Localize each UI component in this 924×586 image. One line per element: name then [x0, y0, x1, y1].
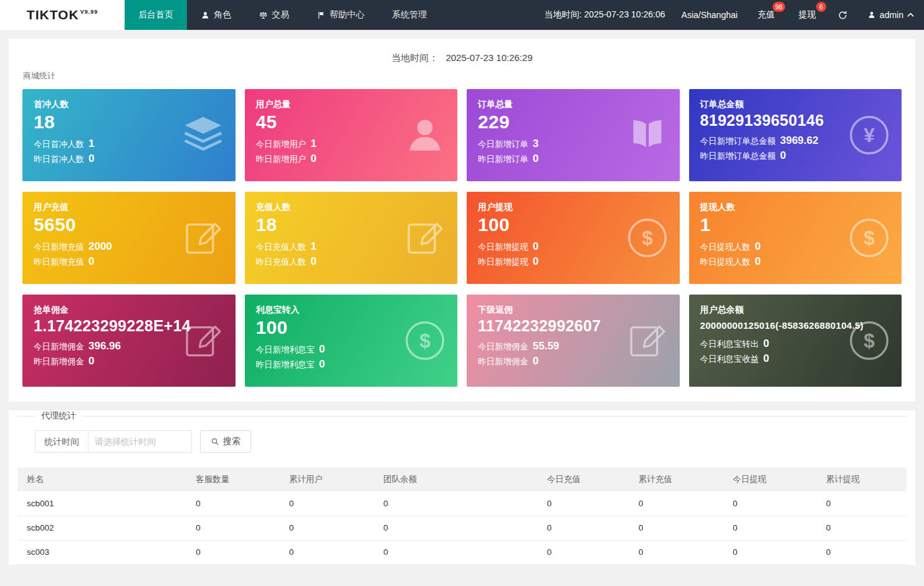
table-row: scb0010000000: [17, 491, 907, 516]
agent-panel: 代理统计 统计时间 搜索 姓名客服数量累计用户团队余额今日充值累计充值今日提现累…: [9, 410, 915, 565]
stat-line-value: 0: [755, 240, 761, 253]
stat-card-line: 昨日新增佣金0: [478, 355, 669, 367]
agent-table: 姓名客服数量累计用户团队余额今日充值累计充值今日提现累计提现 scb001000…: [17, 468, 907, 565]
username: admin: [880, 10, 903, 20]
agent-fieldset: 代理统计: [17, 410, 907, 422]
table-cell: 0: [817, 516, 907, 540]
stat-card-line: 昨日新增佣金0: [34, 355, 224, 367]
table-header: 累计充值: [629, 468, 723, 491]
table-cell: 0: [280, 516, 374, 540]
withdraw-label: 提现: [799, 9, 816, 21]
user-menu[interactable]: admin: [857, 10, 924, 20]
search-label: 搜索: [223, 436, 241, 447]
flag-icon: [317, 11, 326, 20]
stat-line-label: 今日新增订单总金额: [700, 136, 776, 147]
refresh-icon[interactable]: [828, 10, 857, 21]
stat-line-value: 0: [88, 355, 94, 367]
stat-line-value: 1: [88, 138, 94, 150]
table-row: sc0030000000: [17, 540, 907, 564]
stat-card-line: 今日利息宝收益0: [700, 352, 891, 365]
filter-row: 统计时间 搜索: [35, 430, 915, 453]
stat-line-value: 0: [780, 149, 786, 162]
stat-card: 用户总余额20000000125016(-8583626880104.5)今日利…: [689, 295, 902, 387]
stat-line-value: 3969.62: [780, 135, 818, 147]
stat-card: 充值人数18今日充值人数1昨日充值人数0: [245, 192, 458, 284]
stat-line-value: 0: [319, 343, 325, 356]
stat-card-title: 订单总金额: [700, 99, 891, 110]
stat-line-value: 0: [88, 153, 94, 165]
table-header: 姓名: [17, 468, 186, 491]
table-cell: 0: [723, 516, 817, 540]
stat-card-title: 提现人数: [700, 202, 891, 213]
nav-item[interactable]: 系统管理: [378, 0, 441, 30]
section-title: 商城统计: [23, 70, 915, 82]
stat-card-line: 今日提现人数0: [700, 240, 891, 253]
stat-line-value: 0: [533, 240, 538, 253]
table-cell: 0: [186, 491, 280, 516]
stat-card-value: 5650: [34, 214, 224, 235]
clock-value: 2025-07-23 10:26:29: [445, 52, 532, 63]
stat-time-label: 统计时间: [35, 430, 88, 453]
table-header: 团队余额: [374, 468, 538, 491]
search-button[interactable]: 搜索: [200, 430, 251, 453]
nav-item[interactable]: 后台首页: [125, 0, 187, 30]
table-header: 累计用户: [280, 468, 374, 491]
nav-item-label: 帮助中心: [330, 9, 364, 21]
stat-card-value: 100: [256, 317, 447, 338]
stat-time-input[interactable]: [88, 430, 192, 453]
stat-line-value: 0: [319, 358, 325, 371]
timezone-selector[interactable]: Asia/Shanghai: [674, 10, 746, 20]
stat-line-value: 0: [533, 153, 538, 165]
stat-line-label: 今日利息宝转出: [700, 339, 760, 350]
stat-card-line: 昨日新增提现0: [478, 255, 669, 268]
stat-card-value: 81929139650146: [700, 111, 891, 130]
stat-card-line: 昨日新增用户0: [256, 153, 447, 165]
stat-line-value: 0: [763, 352, 769, 365]
nav-item-label: 交易: [272, 9, 289, 21]
stat-card-line: 昨日充值人数0: [256, 255, 447, 268]
stat-card-title: 充值人数: [256, 202, 447, 213]
stat-card-line: 今日新增佣金55.59: [478, 340, 669, 352]
table-cell: 0: [723, 540, 817, 564]
table-cell: 0: [817, 540, 907, 564]
stat-line-value: 0: [88, 255, 94, 268]
stat-line-value: 55.59: [533, 340, 560, 352]
stat-line-label: 今日新增利息宝: [256, 344, 315, 356]
navbar-right: 当地时间: 2025-07-23 10:26:06 Asia/Shanghai …: [536, 0, 924, 30]
recharge-label: 充值: [758, 9, 775, 21]
table-cell: sc003: [17, 540, 186, 564]
table-cell: 0: [538, 516, 629, 540]
stat-card-line: 今日新增利息宝0: [256, 343, 447, 356]
stat-card: 用户充值5650今日新增充值2000昨日新增充值0: [22, 192, 236, 284]
stat-line-label: 昨日新增佣金: [34, 356, 84, 367]
stat-line-label: 今日提现人数: [700, 242, 751, 253]
nav-item[interactable]: 帮助中心: [303, 0, 378, 30]
stat-card-value: 18: [34, 111, 224, 133]
withdraw-button[interactable]: 提现 6: [787, 0, 828, 30]
table-header: 今日提现: [723, 468, 817, 491]
stat-card-line: 今日新增佣金396.96: [34, 340, 224, 352]
logo[interactable]: TIKTOKV9.99: [0, 0, 125, 30]
nav-item[interactable]: 角色: [187, 0, 245, 30]
main-nav: 后台首页角色交易帮助中心系统管理: [125, 0, 441, 30]
recharge-button[interactable]: 充值 98: [746, 0, 787, 30]
nav-item[interactable]: 交易: [245, 0, 303, 30]
stat-line-label: 昨日新增利息宝: [256, 359, 315, 371]
stat-card-line: 今日新增用户1: [256, 138, 447, 150]
stat-card-value: 1: [700, 214, 891, 235]
stat-card-title: 用户提现: [478, 202, 669, 213]
scales-icon: [259, 11, 268, 20]
table-header: 客服数量: [186, 468, 280, 491]
stat-line-label: 昨日首冲人数: [34, 154, 84, 165]
user-nav-icon: [201, 11, 210, 20]
stat-card: 抢单佣金1.174223299228E+14今日新增佣金396.96昨日新增佣金…: [22, 295, 236, 387]
table-cell: 0: [723, 491, 817, 516]
stat-line-value: 0: [311, 255, 317, 268]
stat-card: 首冲人数18今日首冲人数1昨日首冲人数0: [22, 89, 236, 181]
table-cell: 0: [280, 540, 374, 564]
stat-line-label: 昨日新增用户: [256, 154, 307, 165]
stat-card-line: 今日首冲人数1: [34, 138, 224, 150]
local-time-display: 当地时间： 2025-07-23 10:26:29: [9, 39, 915, 64]
stat-card-line: 昨日新增利息宝0: [256, 358, 447, 371]
table-cell: 0: [186, 516, 280, 540]
